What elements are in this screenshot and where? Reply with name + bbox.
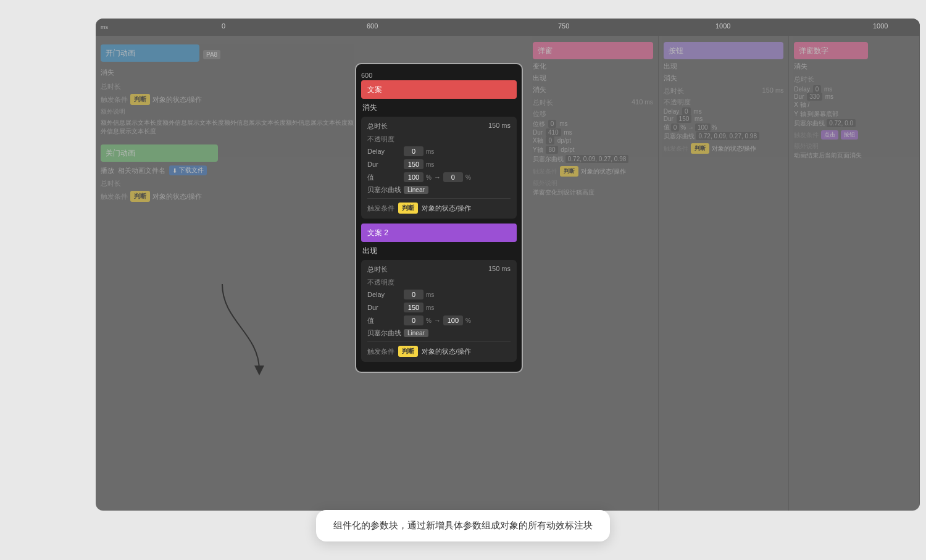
close-anim-block: 关门动画	[101, 144, 218, 162]
extra-note-text: 额外信息展示文本长度额外信息展示文本长度额外信息展示文本长度额外信息展示文本长度…	[101, 119, 356, 136]
card2-dur-input[interactable]	[404, 303, 423, 312]
col3-disappear: 消失	[794, 62, 914, 71]
button-block: 按钮	[664, 42, 784, 59]
col1-extra-label: 额外说明	[533, 179, 653, 188]
judge-tag-1: 判断	[130, 94, 150, 105]
ruler-mark-0: 0	[219, 19, 225, 30]
card2-opacity-label: 不透明度	[367, 278, 511, 287]
col2-trigger: 触发条件 判断 对象的状态/操作	[664, 143, 784, 154]
card1-header: 600	[356, 64, 522, 80]
trigger-row-1: 触发条件 判断 对象的状态/操作	[101, 94, 356, 105]
related-file: 相关动画文件名	[118, 166, 165, 175]
trigger-action-1: 对象的状态/操作	[152, 95, 202, 104]
card1-delay-input[interactable]	[404, 146, 423, 156]
download-btn[interactable]: ⬇ 下载文件	[169, 165, 207, 175]
card1-title-bar: 文案	[361, 80, 517, 99]
ruler-mark-1000b: 1000	[870, 19, 888, 30]
card1-judge-tag: 判断	[398, 203, 418, 214]
col2-dur: Dur 150 ms	[664, 115, 784, 122]
col3-click-tag: 点击	[821, 130, 838, 140]
card1-val-to[interactable]	[443, 172, 463, 182]
trigger-action-2: 对象的状态/操作	[152, 192, 202, 201]
col1-judge-tag: 判断	[560, 166, 578, 177]
card1-divider	[367, 198, 511, 199]
card1-opacity-label: 不透明度	[367, 135, 511, 144]
col1-appear: 出现	[533, 73, 653, 83]
page-tag: PA8	[203, 50, 220, 59]
card2-params: 总时长 150 ms 不透明度 Delay ms Dur ms 值 % → %	[361, 260, 517, 362]
related-label: 播放	[101, 166, 114, 175]
col3-bezier: 贝塞尔曲线 0.72, 0.0	[794, 119, 914, 128]
col2-disappear: 消失	[664, 73, 784, 83]
col2-opacity-label: 不透明度	[664, 98, 784, 107]
col2-judge-tag: 判断	[691, 143, 709, 154]
col3-delay: Delay 0 ms	[794, 86, 914, 93]
disappear-label: 消失	[101, 68, 356, 77]
col1-extra-val: 弹窗变化到设计稿高度	[533, 188, 653, 197]
col2-delay: Delay 0 ms	[664, 108, 784, 115]
card2-val-from[interactable]	[404, 316, 423, 325]
card1-bezier-row: 贝塞尔曲线 Linear	[367, 185, 511, 194]
col3-total-row: 总时长	[794, 75, 914, 84]
extra-note-label: 额外说明	[101, 107, 356, 116]
col1-disappear: 消失	[533, 85, 653, 94]
card2-trigger-action: 对象的状态/操作	[422, 347, 471, 356]
col3-x: X 轴 /	[794, 101, 914, 109]
col1-total-row: 总时长 410 ms	[533, 98, 653, 107]
highlighted-card-container: 600 文案 消失 总时长 150 ms 不透明度 Delay ms Dur m…	[355, 63, 523, 373]
total-dur-label2: 总时长	[101, 179, 356, 188]
card2-trigger-row: 触发条件 判断 对象的状态/操作	[367, 346, 511, 357]
col1-bezier: 贝塞尔曲线 0.72, 0.09, 0.27, 0.98	[533, 155, 653, 164]
card2-subtitle: 出现	[356, 246, 522, 260]
card1-trigger-action: 对象的状态/操作	[422, 204, 471, 213]
card1-arrow: →	[434, 173, 441, 181]
card2-val-row: 值 % → %	[367, 316, 511, 325]
card2-bezier-tag[interactable]: Linear	[404, 329, 428, 337]
judge-tag-2: 判断	[130, 191, 150, 202]
card1-num: 600	[361, 72, 372, 79]
col1-trigger: 触发条件 判断 对象的状态/操作	[533, 166, 653, 177]
col-1000-btn: 按钮 出现 消失 总时长 150 ms 不透明度 Delay 0 ms Dur …	[659, 36, 790, 511]
main-container: ms 0 600 750 1000 1000 开门动画 PA8 消失 总时长 触…	[96, 19, 920, 511]
card2-divider	[367, 341, 511, 342]
col3-trigger: 触发条件 点击 按钮	[794, 130, 914, 140]
card1-dur-input[interactable]	[404, 159, 423, 169]
right-columns: 弹窗 变化 出现 消失 总时长 410 ms 位移 位移 0 ms Dur 41…	[528, 36, 920, 511]
col1-x: X轴 0 dp/pt	[533, 136, 653, 145]
col-750: 弹窗 变化 出现 消失 总时长 410 ms 位移 位移 0 ms Dur 41…	[528, 36, 659, 511]
col1-y: Y轴 80 dp/pt	[533, 146, 653, 154]
ruler-mark-600: 600	[364, 19, 378, 30]
card1-dur-row: Dur ms	[367, 159, 511, 169]
download-icon: ⬇	[172, 167, 177, 174]
timeline-ruler: ms 0 600 750 1000 1000	[96, 19, 920, 36]
card1-val-row: 值 % → %	[367, 172, 511, 182]
card-bottom-space	[356, 367, 522, 372]
col1-pos-label: 位移	[533, 109, 653, 119]
trigger-row-2: 触发条件 判断 对象的状态/操作	[101, 191, 356, 202]
tooltip-text: 组件化的参数块，通过新增具体参数组成对象的所有动效标注块	[333, 520, 593, 530]
card1-bezier-tag[interactable]: Linear	[404, 186, 428, 194]
col3-extra-label: 额外说明	[794, 142, 914, 151]
card1-total-row: 总时长 150 ms	[367, 122, 511, 131]
total-dur-label: 总时长	[101, 82, 356, 91]
card2-delay-row: Delay ms	[367, 290, 511, 299]
card1-trigger-row: 触发条件 判断 对象的状态/操作	[367, 203, 511, 214]
col3-dur: Dur 330 ms	[794, 93, 914, 100]
left-column: 开门动画 PA8 消失 总时长 触发条件 判断 对象的状态/操作 额外说明 额外…	[96, 36, 361, 511]
tooltip-box: 组件化的参数块，通过新增具体参数组成对象的所有动效标注块	[316, 510, 610, 541]
ruler-mark-750: 750	[556, 19, 569, 30]
card2-val-to[interactable]	[443, 316, 463, 325]
col3-extra-val: 动画结束后当前页面消失	[794, 151, 914, 160]
card2-bezier-row: 贝塞尔曲线 Linear	[367, 328, 511, 338]
col1-dur: Dur 410 ms	[533, 129, 653, 136]
card1-params: 总时长 150 ms 不透明度 Delay ms Dur ms 值 % → %	[361, 117, 517, 219]
col3-y: Y 轴 到屏幕底部	[794, 110, 914, 119]
col2-val: 值 0 % → 100 %	[664, 123, 784, 132]
col2-appear: 出现	[664, 62, 784, 71]
card2-title-bar: 文案 2	[361, 224, 517, 242]
card2-delay-input[interactable]	[404, 290, 423, 299]
card1-delay-row: Delay ms	[367, 146, 511, 156]
card2-judge-tag: 判断	[398, 346, 418, 357]
card1-val-from[interactable]	[404, 172, 423, 182]
popup-block: 弹窗	[533, 42, 653, 59]
